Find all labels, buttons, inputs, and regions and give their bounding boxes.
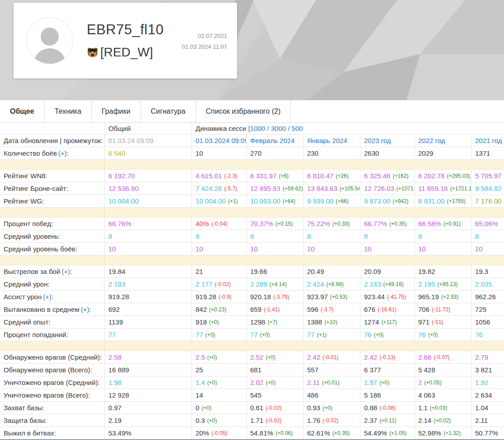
period-column-header: 2021 год xyxy=(471,134,504,147)
dynamics-settings-link[interactable]: [1000 / 3000 / 500 xyxy=(248,125,303,132)
stat-delta: (-0.08) xyxy=(379,405,395,411)
row-label-text: Средний уровень боёв xyxy=(4,245,75,253)
stat-value: 19.66 xyxy=(250,268,267,275)
table-row: Средний уровень боёв:10101010101010 xyxy=(0,243,504,255)
stat-cell: 7 424.28(-5.7) xyxy=(192,182,247,195)
period-link[interactable]: 01.03.2024 09:09 xyxy=(196,137,247,144)
stat-value: 10 xyxy=(250,245,258,253)
period-link[interactable]: Февраль 2024 xyxy=(250,137,295,144)
table-row: Обнаружено врагов (Всего):16 88925681557… xyxy=(0,364,504,376)
period-link[interactable]: 2021 год xyxy=(475,137,502,144)
stat-cell: 2029 xyxy=(415,147,471,160)
stat-cell: 0.88(-0.08) xyxy=(360,402,415,414)
expand-plus-link[interactable]: (+) xyxy=(43,293,51,301)
period-link[interactable]: 2023 год xyxy=(364,137,391,144)
stat-delta: (+0.15) xyxy=(275,221,293,227)
dynamics-label: Динамика сесси xyxy=(196,125,246,132)
table-row: Средний опыт:1139918(+0)1298(+7)1388(+10… xyxy=(0,316,504,329)
row-label-text: Средний урон xyxy=(4,280,47,288)
stat-cell: 8 xyxy=(415,230,471,243)
stat-value: 10 xyxy=(475,245,483,253)
stat-value: 10 003.00 xyxy=(250,197,280,205)
stat-value: 52.98% xyxy=(418,429,441,437)
stat-cell: 2.52(+0) xyxy=(247,351,303,364)
group-separator-row xyxy=(0,341,504,351)
tab-3[interactable]: Сигнатура xyxy=(141,100,196,122)
stat-cell: 9 939.00(+66) xyxy=(303,195,360,208)
stat-value: 1371 xyxy=(475,149,490,157)
period-link[interactable]: 2022 год xyxy=(418,137,445,144)
stat-delta: (+0) xyxy=(266,380,275,386)
stat-cell: 6 377 xyxy=(360,364,415,376)
stat-cell: 77(+1) xyxy=(303,329,360,341)
stat-cell: 20.09 xyxy=(360,265,415,278)
stat-cell: 14 xyxy=(192,389,247,402)
stat-cell: 5 705.97 xyxy=(471,170,504,182)
row-label: Процент попаданий: xyxy=(0,329,105,341)
stat-value: 962.26 xyxy=(475,293,496,301)
stat-delta: (-0.07) xyxy=(434,354,449,361)
row-label-text: Захват базы xyxy=(4,404,42,412)
stat-cell: 76 xyxy=(471,329,504,341)
stat-value: 8 xyxy=(475,232,479,240)
stat-cell: 2.42(-0.01) xyxy=(303,351,360,364)
stat-value: 6 202.78 xyxy=(418,172,444,180)
band-empty-cell xyxy=(0,123,105,134)
stat-cell: 596(-3.7) xyxy=(303,303,360,316)
stat-cell: 20.49 xyxy=(303,265,360,278)
row-label: Захват базы: xyxy=(0,402,105,414)
period-column-header: 01.03.2024 09:09 xyxy=(192,134,247,147)
tab-2[interactable]: Графики xyxy=(92,100,141,122)
stat-cell: 681 xyxy=(247,364,303,376)
table-row: Рейтинг WG:10 004.0010 004.00(+1)10 003.… xyxy=(0,195,504,208)
stat-value: 8 xyxy=(307,232,311,240)
stat-value: 66.76% xyxy=(108,220,131,227)
stat-cell: 10 xyxy=(415,243,471,255)
stat-value: 230 xyxy=(307,149,318,157)
stat-value: 6 325.46 xyxy=(364,172,390,180)
stat-value: 9 873.00 xyxy=(364,197,390,205)
tab-1[interactable]: Техника xyxy=(45,100,92,122)
stat-value: 1139 xyxy=(108,318,123,326)
stat-value: 1274 xyxy=(364,318,379,326)
period-link[interactable]: Январь 2024 xyxy=(307,137,347,144)
tab-0[interactable]: Общее xyxy=(0,100,45,122)
stat-delta: (+0) xyxy=(207,354,217,361)
stat-delta: (+0) xyxy=(266,354,275,361)
stat-value: 10 xyxy=(364,245,372,253)
clan-tag[interactable]: [RED_W] xyxy=(100,45,153,60)
stat-value: 76 xyxy=(475,331,483,338)
stat-cell: 1.92 xyxy=(471,376,504,389)
hero-header: EBR75_fl10 [RED_W] 02.07.2021 01.03.20 xyxy=(0,0,504,100)
stat-delta: (-51) xyxy=(432,319,443,325)
stat-value: 6 377 xyxy=(364,366,381,374)
stat-cell: 270 xyxy=(247,147,303,160)
stat-value: 8 xyxy=(418,232,422,240)
stat-value: 2.02 xyxy=(250,379,263,386)
stat-cell: 66.58%(+0.91) xyxy=(415,218,471,230)
tab-4[interactable]: Список избранного (2) xyxy=(196,100,291,122)
stat-delta: (+64) xyxy=(283,198,295,204)
table-row: Процент попаданий:7777(+0)77(+0)77(+1)76… xyxy=(0,329,504,341)
stat-delta: (+1755) xyxy=(447,198,466,204)
expand-plus-link[interactable]: (+) xyxy=(81,306,89,313)
stat-value: 77 xyxy=(196,331,203,338)
stat-cell: 2 035 xyxy=(471,278,504,291)
stat-value: 50.77% xyxy=(475,429,498,437)
expand-plus-link[interactable]: (+) xyxy=(61,268,70,275)
stat-cell: 5 186 xyxy=(360,389,415,402)
stat-value: 2 193 xyxy=(108,280,126,288)
stat-value: 0.93 xyxy=(307,404,320,412)
stat-cell: 2 195(+95.13) xyxy=(415,278,471,291)
stat-value: 2 289 xyxy=(250,280,267,288)
stat-value: 9 584.82 xyxy=(475,185,501,192)
stat-delta: (+0.35) xyxy=(389,221,406,227)
row-label-text: Количество боёв xyxy=(4,149,57,157)
stat-delta: (-0.02) xyxy=(322,417,338,424)
stat-value: 6 192.70 xyxy=(108,172,135,180)
row-label-text: Обнаружено врагов (Средний) xyxy=(4,353,100,361)
stat-value: 965.19 xyxy=(418,293,439,301)
avatar xyxy=(26,17,73,64)
stat-cell: 8 xyxy=(471,230,504,243)
expand-plus-link[interactable]: (+) xyxy=(58,149,67,157)
